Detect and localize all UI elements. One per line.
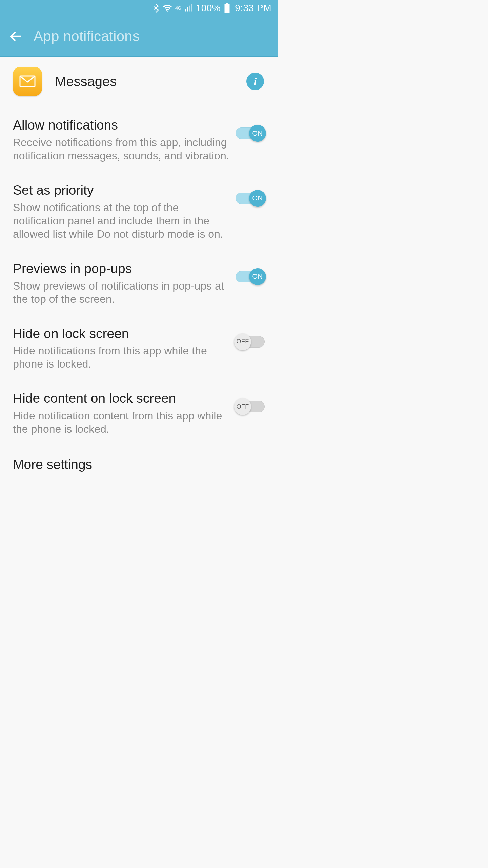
svg-rect-0: [226, 3, 228, 4]
settings-list: Allow notifications Receive notification…: [0, 108, 278, 475]
wifi-icon: [163, 4, 172, 12]
setting-title: Hide content on lock screen: [13, 391, 229, 407]
toggle-label: ON: [252, 194, 263, 202]
setting-title: Previews in pop-ups: [13, 261, 229, 277]
toggle-label: OFF: [237, 403, 249, 410]
bluetooth-icon: [152, 3, 160, 13]
toggle-hide-on-lock-screen[interactable]: OFF: [236, 334, 265, 346]
toggle-previews-in-popups[interactable]: ON: [236, 269, 265, 281]
toggle-set-as-priority[interactable]: ON: [236, 191, 265, 202]
more-settings-link[interactable]: More settings: [9, 446, 269, 475]
clock: 9:33 PM: [235, 3, 271, 14]
more-settings-label: More settings: [13, 457, 265, 472]
setting-previews-in-popups[interactable]: Previews in pop-ups Show previews of not…: [9, 251, 269, 316]
app-header: Messages i: [0, 57, 278, 108]
setting-hide-on-lock-screen[interactable]: Hide on lock screen Hide notifications f…: [9, 316, 269, 381]
setting-allow-notifications[interactable]: Allow notifications Receive notification…: [9, 108, 269, 173]
signal-icon: [184, 4, 192, 12]
battery-percentage: 100%: [196, 3, 221, 14]
battery-icon: [224, 3, 230, 13]
setting-title: Hide on lock screen: [13, 326, 229, 342]
setting-desc: Show previews of notifications in pop-up…: [13, 279, 229, 306]
setting-desc: Show notifications at the top of the not…: [13, 201, 229, 241]
messages-app-icon: [13, 67, 42, 96]
setting-set-as-priority[interactable]: Set as priority Show notifications at th…: [9, 173, 269, 251]
toggle-label: OFF: [237, 338, 249, 345]
setting-desc: Receive notifications from this app, inc…: [13, 136, 229, 162]
toggle-label: ON: [252, 130, 263, 137]
setting-title: Set as priority: [13, 182, 229, 198]
info-icon[interactable]: i: [246, 73, 264, 90]
app-name: Messages: [55, 74, 246, 89]
setting-desc: Hide notifications from this app while t…: [13, 344, 229, 371]
page-title: App notifications: [34, 28, 140, 44]
top-app-bar: App notifications: [0, 16, 278, 57]
network-4g-icon: 4G: [175, 5, 181, 11]
toggle-label: ON: [252, 273, 263, 280]
svg-rect-1: [225, 4, 230, 13]
toggle-allow-notifications[interactable]: ON: [236, 126, 265, 137]
setting-desc: Hide notification content from this app …: [13, 409, 229, 436]
status-bar: 4G 100% 9:33 PM: [0, 0, 278, 16]
back-icon[interactable]: [8, 29, 23, 44]
setting-title: Allow notifications: [13, 117, 229, 133]
status-icons: 4G: [152, 3, 192, 13]
setting-hide-content-on-lock-screen[interactable]: Hide content on lock screen Hide notific…: [9, 381, 269, 446]
toggle-hide-content-on-lock-screen[interactable]: OFF: [236, 399, 265, 411]
